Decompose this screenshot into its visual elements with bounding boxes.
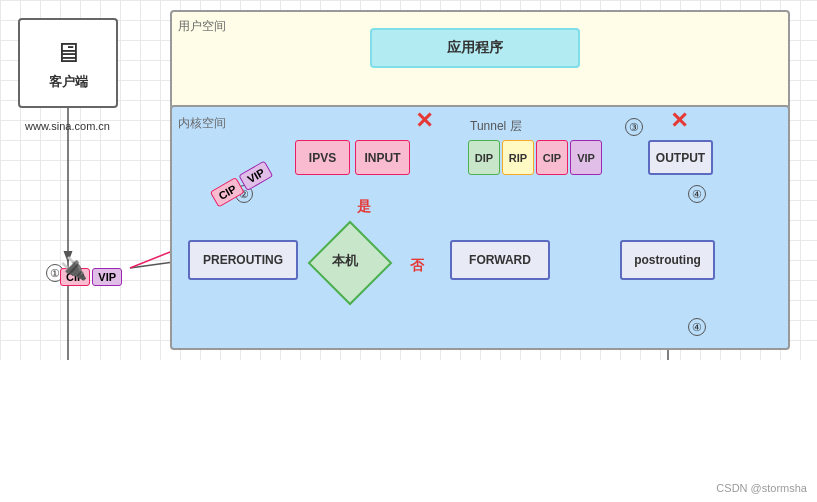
no-label: 否 bbox=[410, 257, 424, 275]
forward-box: FORWARD bbox=[450, 240, 550, 280]
x-mark-output: ✕ bbox=[670, 108, 688, 134]
url-text: www.sina.com.cn bbox=[10, 120, 125, 132]
output-box: OUTPUT bbox=[648, 140, 713, 175]
circle-num-3: ③ bbox=[625, 118, 643, 136]
vip-tag-left: VIP bbox=[92, 268, 122, 286]
ipvs-box: IPVS bbox=[295, 140, 350, 175]
app-box: 应用程序 bbox=[370, 28, 580, 68]
user-space-label: 用户空间 bbox=[178, 18, 226, 35]
csdn-watermark: CSDN @stormsha bbox=[716, 482, 807, 494]
client-label: 客户端 bbox=[49, 73, 88, 91]
dip-box-top: DIP bbox=[468, 140, 500, 175]
tunnel-layer-top-label: Tunnel 层 bbox=[470, 118, 522, 135]
prerouting-box: PREROUTING bbox=[188, 240, 298, 280]
main-container: 🖥 客户端 www.sina.com.cn 用户空间 应用程序 内核空间 Tun… bbox=[0, 0, 817, 502]
input-box: INPUT bbox=[355, 140, 410, 175]
kernel-space-label: 内核空间 bbox=[178, 115, 226, 132]
vip-box-top: VIP bbox=[570, 140, 602, 175]
client-box: 🖥 客户端 bbox=[18, 18, 118, 108]
bottom-section: 注：响应数据由 RealServer 服务器直接发送给客户端，不经过 LVS ⑤… bbox=[0, 360, 817, 502]
content: 🖥 客户端 www.sina.com.cn 用户空间 应用程序 内核空间 Tun… bbox=[0, 0, 817, 502]
x-mark-input: ✕ bbox=[415, 108, 433, 134]
client-computer-icon: 🖥 bbox=[54, 36, 82, 69]
tunnel-top-boxes: DIP RIP CIP VIP bbox=[468, 140, 602, 175]
circle-num-4b: ④ bbox=[688, 318, 706, 336]
yes-label: 是 bbox=[357, 198, 371, 216]
rip-box-top: RIP bbox=[502, 140, 534, 175]
cip-box-top: CIP bbox=[536, 140, 568, 175]
circle-num-4a: ④ bbox=[688, 185, 706, 203]
postrouting-box: postrouting bbox=[620, 240, 715, 280]
local-diamond-label: 本机 bbox=[332, 252, 358, 270]
router-icon-left: 🔌 bbox=[60, 256, 87, 282]
